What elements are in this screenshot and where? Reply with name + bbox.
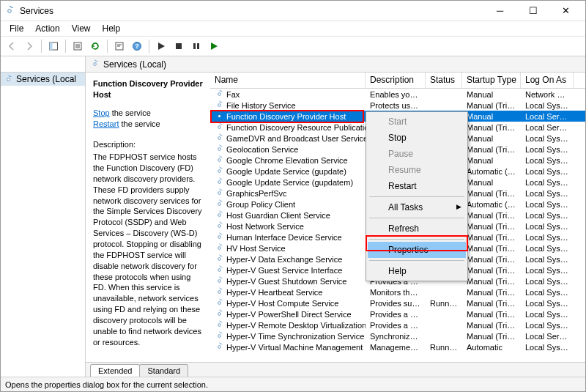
table-row[interactable]: File History ServiceProtects user fil...… [210,100,585,111]
start-service-button[interactable] [153,38,169,54]
menubar: File Action View Help [1,21,585,36]
context-item-restart[interactable]: Restart [368,178,466,194]
col-name[interactable]: Name [210,73,366,88]
gear-icon [215,210,224,220]
col-status[interactable]: Status [426,73,462,88]
gear-icon [215,243,224,253]
stop-service-button[interactable] [171,38,187,54]
refresh-button[interactable] [87,38,103,54]
gear-icon [215,89,224,99]
submenu-arrow-icon: ▶ [456,203,461,210]
svg-rect-2 [50,42,53,50]
gear-icon [215,100,224,110]
description-label: Description: [93,139,203,150]
gear-icon [215,309,224,319]
gear-icon [215,199,224,209]
context-item-all-tasks[interactable]: All Tasks▶ [368,199,466,215]
menu-view[interactable]: View [66,22,97,35]
show-hide-tree-button[interactable] [45,38,62,54]
restart-service-button[interactable] [206,38,222,54]
context-separator [369,239,464,240]
gear-icon [215,320,224,330]
restart-link[interactable]: Restart [93,119,119,128]
tab-standard[interactable]: Standard [139,364,188,377]
pause-service-button[interactable] [188,38,204,54]
context-item-refresh[interactable]: Refresh [368,221,466,237]
table-row[interactable]: FaxEnables you to ...ManualNetwork Se... [210,89,585,100]
tab-extended[interactable]: Extended [90,364,140,377]
gear-icon [215,298,224,308]
gear-icon [215,265,224,275]
gear-icon [215,221,224,231]
context-item-properties[interactable]: Properties [368,242,466,258]
forward-button[interactable] [21,38,37,54]
col-description[interactable]: Description [366,73,426,88]
gear-icon [215,166,224,176]
menu-file[interactable]: File [4,22,29,35]
menu-help[interactable]: Help [97,22,127,35]
gear-icon [215,188,224,198]
maximize-button[interactable]: ☐ [516,1,549,21]
context-separator [369,196,464,197]
stop-link[interactable]: Stop [93,108,110,117]
svg-text:?: ? [135,42,139,50]
pane-header-title: Services (Local) [103,59,166,70]
selected-service-name: Function Discovery Provider Host [93,78,203,100]
col-startup-type[interactable]: Startup Type [462,73,521,88]
back-button[interactable] [4,38,20,54]
context-item-help[interactable]: Help [368,263,466,279]
window-title: Services [20,6,483,16]
export-list-button[interactable] [70,38,86,54]
gear-icon [215,287,224,297]
gear-icon [215,133,224,143]
description-text: The FDPHOST service hosts the Function D… [93,152,203,347]
minimize-button[interactable]: ─ [483,1,516,21]
gear-icon [215,155,224,165]
gear-icon [215,276,224,286]
gear-icon [215,232,224,242]
table-row[interactable]: Hyper-V PowerShell Direct ServiceProvide… [210,308,585,319]
gear-icon [4,75,13,84]
gear-icon [215,177,224,187]
view-tabs: Extended Standard [86,362,585,377]
tree-root-services[interactable]: Services (Local [1,73,85,86]
table-row[interactable]: Hyper-V Remote Desktop Virtualization Se… [210,319,585,330]
gear-icon [215,254,224,264]
services-icon [4,5,15,17]
svg-rect-7 [176,43,182,49]
context-item-pause: Pause [368,146,466,162]
properties-button[interactable] [111,38,127,54]
context-separator [369,218,464,218]
close-button[interactable]: ✕ [549,1,582,21]
gear-icon [215,122,224,132]
gear-icon [90,59,100,69]
gear-icon [215,342,224,352]
gear-icon [215,111,224,121]
svg-rect-8 [193,43,196,49]
col-log-on-as[interactable]: Log On As [521,73,574,88]
column-headers[interactable]: Name Description Status Startup Type Log… [210,73,585,89]
gear-icon [215,144,224,154]
context-menu[interactable]: StartStopPauseResumeRestartAll Tasks▶Ref… [366,111,468,281]
context-item-start: Start [368,114,466,130]
console-tree[interactable]: Services (Local [1,56,86,377]
help-button[interactable]: ? [129,38,145,54]
table-row[interactable]: Hyper-V Host Compute ServiceProvides sup… [210,297,585,308]
context-separator [369,260,464,261]
context-item-resume: Resume [368,162,466,178]
table-row[interactable]: Hyper-V Heartbeat ServiceMonitors the st… [210,286,585,297]
menu-action[interactable]: Action [29,22,65,35]
statusbar: Opens the properties dialog box for the … [1,377,585,391]
svg-rect-9 [197,43,199,49]
table-row[interactable]: Hyper-V Virtual Machine ManagementManage… [210,341,585,352]
context-item-stop[interactable]: Stop [368,130,466,146]
gear-icon [215,331,224,341]
table-row[interactable]: Hyper-V Time Synchronization ServiceSync… [210,330,585,341]
toolbar: ? [1,36,585,56]
detail-panel: Function Discovery Provider Host Stop th… [86,73,210,362]
